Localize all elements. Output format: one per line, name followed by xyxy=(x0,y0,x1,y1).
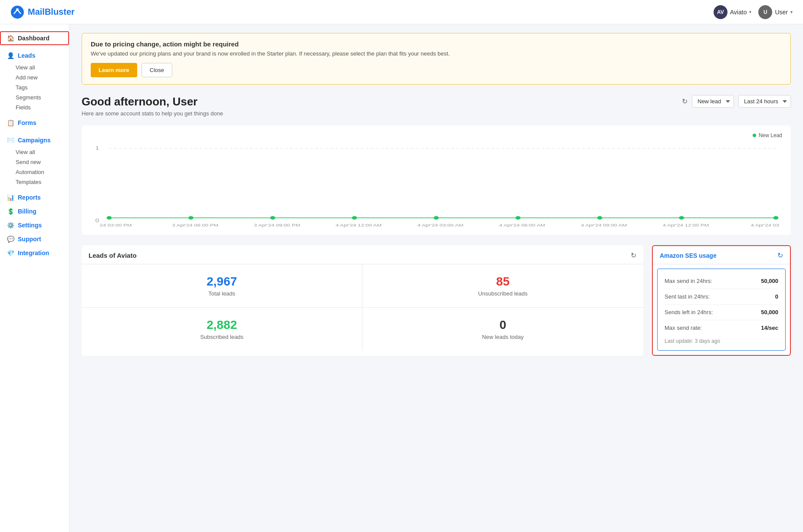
ses-refresh-button[interactable]: ↻ xyxy=(777,251,783,259)
svg-point-1 xyxy=(16,8,19,11)
page-title: Good afternoon, User xyxy=(82,95,223,108)
time-range-dropdown[interactable]: Last 24 hours xyxy=(738,95,791,108)
refresh-button[interactable]: ↻ xyxy=(682,97,688,105)
sidebar-sub-view-all-campaigns[interactable]: View all xyxy=(0,147,69,157)
svg-point-11 xyxy=(516,216,521,220)
stat-total-leads: 2,967 Total leads xyxy=(82,264,362,308)
svg-text:3 Apr'24 09:00 PM: 3 Apr'24 09:00 PM xyxy=(254,223,300,227)
page-header: Good afternoon, User Here are some accou… xyxy=(82,95,791,117)
sidebar-sub-segments[interactable]: Segments xyxy=(0,92,69,102)
ses-sent-last-value: 0 xyxy=(775,293,778,300)
leads-stats-header: Leads of Aviato ↻ xyxy=(82,245,643,264)
svg-point-10 xyxy=(434,216,439,220)
forms-icon: 📋 xyxy=(7,119,14,126)
ses-divider-2 xyxy=(665,304,778,305)
sidebar-campaigns-section[interactable]: ✉️ Campaigns xyxy=(0,133,69,147)
settings-icon: ⚙️ xyxy=(7,222,14,229)
sidebar-billing-section[interactable]: 💲 Billing xyxy=(0,204,69,218)
user-chevron-icon: ▾ xyxy=(790,10,793,14)
ses-max-send-row: Max send in 24hrs: 50,000 xyxy=(665,275,778,287)
sidebar-sub-send-new[interactable]: Send new xyxy=(0,157,69,167)
stats-grid: 2,967 Total leads 85 Unsubscribed leads … xyxy=(82,264,643,351)
header-right: AV Aviato ▾ U User ▾ xyxy=(714,5,793,19)
svg-point-14 xyxy=(773,216,779,220)
svg-text:4 Apr'24 06:00 AM: 4 Apr'24 06:00 AM xyxy=(499,223,545,227)
legend-dot-icon xyxy=(753,134,756,137)
sidebar-settings-section[interactable]: ⚙️ Settings xyxy=(0,218,69,232)
ses-max-rate-value: 14/sec xyxy=(761,325,778,331)
alert-banner: Due to pricing change, action might be r… xyxy=(82,33,791,85)
leads-refresh-button[interactable]: ↻ xyxy=(631,251,636,259)
svg-point-6 xyxy=(107,216,112,220)
page-title-area: Good afternoon, User Here are some accou… xyxy=(82,95,223,117)
svg-point-8 xyxy=(270,216,275,220)
total-leads-number: 2,967 xyxy=(90,275,353,289)
sidebar-sub-fields[interactable]: Fields xyxy=(0,102,69,112)
ses-title: Amazon SES usage xyxy=(660,252,717,259)
sidebar: 🏠 Dashboard 👤 Leads View all Add new Tag… xyxy=(0,24,69,532)
svg-text:4 Apr'24 09:00 AM: 4 Apr'24 09:00 AM xyxy=(581,223,627,227)
ses-sends-left-row: Sends left in 24hrs: 50,000 xyxy=(665,306,778,318)
sidebar-sub-automation[interactable]: Automation xyxy=(0,167,69,177)
aviato-avatar: AV xyxy=(714,5,727,19)
ses-max-rate-label: Max send rate: xyxy=(665,325,702,331)
legend-new-lead: New Lead xyxy=(753,132,782,138)
sidebar-reports-section[interactable]: 📊 Reports xyxy=(0,190,69,204)
leads-stats-title: Leads of Aviato xyxy=(89,252,137,259)
alert-title: Due to pricing change, action might be r… xyxy=(91,40,782,48)
subscribed-number: 2,882 xyxy=(90,318,353,332)
billing-icon: 💲 xyxy=(7,208,14,215)
user-account[interactable]: U User ▾ xyxy=(758,5,793,19)
leads-stats-card: Leads of Aviato ↻ 2,967 Total leads 85 U… xyxy=(82,245,643,356)
svg-point-12 xyxy=(597,216,602,220)
chart-container: New Lead 1 0 xyxy=(82,125,791,235)
sidebar-sub-add-new[interactable]: Add new xyxy=(0,72,69,82)
logo[interactable]: MailBluster xyxy=(10,5,75,19)
svg-text:4 Apr'24 03: 4 Apr'24 03 xyxy=(751,223,779,227)
svg-text:4 Apr'24 12:00 AM: 4 Apr'24 12:00 AM xyxy=(336,223,382,227)
reports-icon: 📊 xyxy=(7,194,14,201)
svg-point-13 xyxy=(679,216,684,220)
svg-point-0 xyxy=(11,6,24,19)
sidebar-forms-section[interactable]: 📋 Forms xyxy=(0,116,69,130)
alert-description: We've updated our pricing plans and your… xyxy=(91,50,782,57)
home-icon: 🏠 xyxy=(7,35,14,42)
ses-sent-last-row: Sent last in 24hrs: 0 xyxy=(665,291,778,302)
stat-subscribed-leads: 2,882 Subscribed leads xyxy=(82,308,362,351)
page-header-controls: ↻ New lead Last 24 hours xyxy=(682,95,791,108)
ses-card: Amazon SES usage ↻ Max send in 24hrs: 50… xyxy=(652,245,791,356)
alert-actions: Learn more Close xyxy=(91,63,782,77)
svg-text:3 Apr'24 06:00 PM: 3 Apr'24 06:00 PM xyxy=(172,223,218,227)
svg-text:24 03:00 PM: 24 03:00 PM xyxy=(100,223,132,227)
sidebar-sub-templates[interactable]: Templates xyxy=(0,177,69,187)
close-alert-button[interactable]: Close xyxy=(142,63,172,77)
sidebar-support-section[interactable]: 💬 Support xyxy=(0,232,69,246)
chart-svg: 1 0 xyxy=(90,142,782,229)
chart-legend: New Lead xyxy=(90,132,782,138)
sidebar-item-dashboard[interactable]: 🏠 Dashboard xyxy=(0,31,69,45)
learn-more-button[interactable]: Learn more xyxy=(91,63,137,77)
integration-icon: 💎 xyxy=(7,250,14,256)
logo-icon xyxy=(10,5,24,19)
ses-divider-3 xyxy=(665,320,778,320)
chart-svg-wrapper: 1 0 xyxy=(90,142,782,230)
unsubscribed-number: 85 xyxy=(371,275,635,289)
sidebar-sub-tags[interactable]: Tags xyxy=(0,82,69,92)
new-today-number: 0 xyxy=(371,318,635,332)
svg-text:4 Apr'24 03:00 AM: 4 Apr'24 03:00 AM xyxy=(418,223,464,227)
stat-new-leads-today: 0 New leads today xyxy=(362,308,643,351)
sidebar-integration-section[interactable]: 💎 Integration xyxy=(0,246,69,260)
aviato-account[interactable]: AV Aviato ▾ xyxy=(714,5,752,19)
subscribed-label: Subscribed leads xyxy=(90,334,353,340)
unsubscribed-label: Unsubscribed leads xyxy=(371,290,635,297)
user-avatar: U xyxy=(758,5,772,19)
svg-text:0: 0 xyxy=(95,218,99,223)
ses-last-update: Last update: 3 days ago xyxy=(665,338,778,344)
sidebar-leads-section[interactable]: 👤 Leads xyxy=(0,49,69,62)
header: MailBluster AV Aviato ▾ U User ▾ xyxy=(0,0,803,24)
new-today-label: New leads today xyxy=(371,334,635,340)
svg-point-9 xyxy=(352,216,357,220)
ses-divider-1 xyxy=(665,289,778,289)
sidebar-sub-view-all-leads[interactable]: View all xyxy=(0,62,69,72)
new-lead-dropdown[interactable]: New lead xyxy=(692,95,734,108)
